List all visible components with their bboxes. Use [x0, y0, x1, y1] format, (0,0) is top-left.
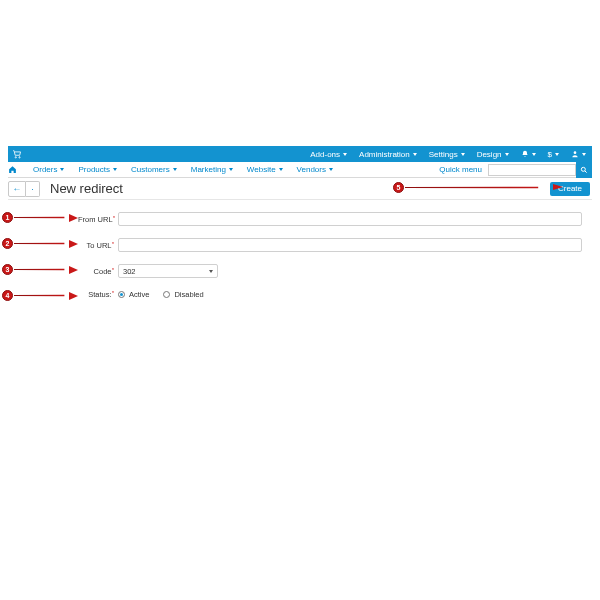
chevron-down-icon — [173, 168, 177, 171]
row-status: Status: Active Disabled — [78, 290, 582, 299]
cart-icon[interactable] — [12, 149, 22, 159]
quick-menu-link[interactable]: Quick menu — [433, 165, 488, 174]
topnav-settings[interactable]: Settings — [423, 146, 471, 162]
svg-point-1 — [19, 157, 20, 158]
code-select-value: 302 — [123, 267, 136, 276]
main-nav: Orders Products Customers Marketing Webs… — [8, 162, 592, 178]
svg-point-3 — [581, 167, 585, 171]
annotation-arrow-1 — [14, 214, 78, 215]
nav-marketing[interactable]: Marketing — [184, 165, 240, 174]
chevron-down-icon — [582, 153, 586, 156]
row-from-url: From URL — [78, 212, 582, 226]
annotation-arrow-4 — [14, 292, 78, 293]
annotation-arrow-3 — [14, 266, 78, 267]
nav-customers[interactable]: Customers — [124, 165, 184, 174]
topnav-notifications[interactable] — [515, 146, 542, 162]
topnav-administration[interactable]: Administration — [353, 146, 423, 162]
annotation-marker-3: 3 — [2, 264, 13, 275]
code-select[interactable]: 302 — [118, 264, 218, 278]
svg-point-0 — [15, 157, 16, 158]
user-icon — [571, 150, 579, 158]
to-url-input[interactable] — [118, 238, 582, 252]
annotation-marker-4: 4 — [2, 290, 13, 301]
chevron-down-icon — [555, 153, 559, 156]
chevron-down-icon — [229, 168, 233, 171]
page-title: New redirect — [50, 181, 123, 196]
chevron-down-icon — [505, 153, 509, 156]
topnav-user[interactable] — [565, 146, 592, 162]
back-button[interactable]: ← — [8, 181, 26, 197]
chevron-down-icon — [60, 168, 64, 171]
row-to-url: To URL — [78, 238, 582, 252]
search-icon — [580, 166, 588, 174]
chevron-down-icon — [329, 168, 333, 171]
nav-orders[interactable]: Orders — [26, 165, 71, 174]
chevron-down-icon — [532, 153, 536, 156]
search-button[interactable] — [576, 162, 592, 178]
nav-website[interactable]: Website — [240, 165, 290, 174]
annotation-marker-5: 5 — [393, 182, 404, 193]
row-code: Code 302 — [78, 264, 582, 278]
redirect-form: From URL To URL Code 302 Status: Active … — [78, 212, 582, 311]
status-disabled-label: Disabled — [174, 290, 203, 299]
status-disabled-radio[interactable] — [163, 291, 170, 298]
nav-vendors[interactable]: Vendors — [290, 165, 340, 174]
topnav-addons[interactable]: Add-ons — [304, 146, 353, 162]
annotation-marker-2: 2 — [2, 238, 13, 249]
annotation-marker-1: 1 — [2, 212, 13, 223]
label-to-url: To URL — [78, 241, 118, 250]
topnav-currency[interactable]: $ — [542, 146, 565, 162]
topnav-design[interactable]: Design — [471, 146, 515, 162]
page-header: ← · New redirect Create — [8, 178, 592, 200]
label-code: Code — [78, 267, 118, 276]
status-active-label: Active — [129, 290, 149, 299]
nav-home[interactable] — [8, 165, 26, 174]
chevron-down-icon — [343, 153, 347, 156]
label-status: Status: — [78, 290, 118, 299]
nav-products[interactable]: Products — [71, 165, 124, 174]
home-icon — [8, 165, 26, 174]
from-url-input[interactable] — [118, 212, 582, 226]
search-input[interactable] — [488, 164, 576, 176]
chevron-down-icon — [413, 153, 417, 156]
arrow-left-icon: ← — [13, 184, 22, 194]
back-more-button[interactable]: · — [26, 181, 40, 197]
bell-icon — [521, 150, 529, 158]
dot-icon: · — [31, 184, 34, 194]
chevron-down-icon — [279, 168, 283, 171]
chevron-down-icon — [209, 270, 213, 273]
chevron-down-icon — [461, 153, 465, 156]
topbar: Add-ons Administration Settings Design $ — [8, 146, 592, 162]
currency-symbol: $ — [548, 150, 552, 159]
chevron-down-icon — [113, 168, 117, 171]
annotation-arrow-5 — [405, 184, 563, 185]
svg-point-2 — [574, 151, 577, 154]
label-from-url: From URL — [78, 215, 118, 224]
status-active-radio[interactable] — [118, 291, 125, 298]
annotation-arrow-2 — [14, 240, 78, 241]
